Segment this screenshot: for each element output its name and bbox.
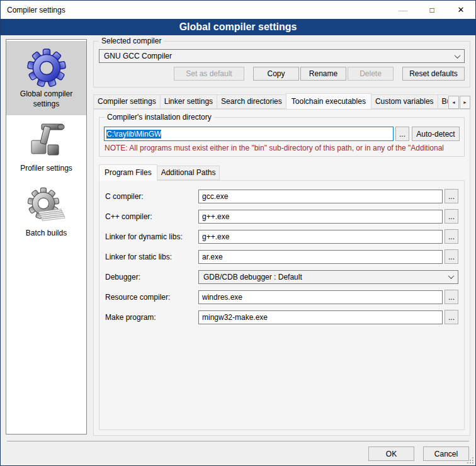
field-label: Debugger: (105, 273, 198, 281)
page-title: Global compiler settings (1, 19, 475, 35)
arrow-right-icon: ► (463, 100, 467, 105)
resource-compiler-input[interactable]: windres.exe (198, 290, 443, 304)
debugger-select-value: GDB/CDB debugger : Default (203, 273, 449, 281)
window-controls: — □ ✕ (388, 1, 475, 19)
sidebar-item-label: Profiler settings (8, 163, 85, 173)
resize-grip[interactable] (467, 457, 474, 464)
tab-custom-variables[interactable]: Custom variables (371, 94, 438, 109)
content-panel: Selected compiler GNU GCC Compiler Set a… (93, 39, 470, 436)
gear-stack-icon (26, 186, 67, 227)
browse-c-compiler-button[interactable]: ... (445, 189, 458, 203)
cpp-compiler-input[interactable]: g++.exe (198, 210, 443, 224)
ok-button[interactable]: OK (368, 446, 414, 461)
tab-program-files[interactable]: Program Files (99, 164, 157, 181)
browse-resource-compiler-button[interactable]: ... (445, 290, 458, 304)
program-files-page: C compiler: gcc.exe ... C++ compiler: g+… (99, 180, 465, 430)
dialog-footer: OK Cancel (7, 441, 469, 465)
maximize-button[interactable]: □ (417, 1, 446, 19)
form-row-linker-dynamic: Linker for dynamic libs: g++.exe ... (105, 229, 458, 244)
field-label: Make program: (105, 313, 198, 322)
form-row-c-compiler: C compiler: gcc.exe ... (105, 189, 458, 203)
field-label: C++ compiler: (105, 212, 198, 221)
arrow-left-icon: ◄ (451, 100, 456, 105)
form-row-make-program: Make program: mingw32-make.exe ... (105, 310, 458, 324)
profiler-caliper-icon (26, 122, 67, 162)
sub-tabstrip: Program Files Additional Paths (99, 164, 465, 180)
close-icon: ✕ (458, 5, 465, 14)
tab-toolchain-executables[interactable]: Toolchain executables (286, 93, 371, 109)
linker-dynamic-input[interactable]: g++.exe (198, 230, 443, 244)
rename-button[interactable]: Rename (300, 67, 346, 81)
browse-cpp-compiler-button[interactable]: ... (445, 209, 458, 224)
sidebar-item-label: Global compiler settings (8, 89, 85, 109)
installation-directory-input[interactable]: C:\raylib\MinGW (104, 127, 394, 141)
installation-directory-group: Compiler's installation directory C:\ray… (99, 117, 465, 157)
c-compiler-input[interactable]: gcc.exe (198, 190, 443, 203)
form-row-cpp-compiler: C++ compiler: g++.exe ... (105, 209, 458, 224)
sidebar-item-batch-builds[interactable]: Batch builds (6, 180, 86, 244)
blue-gear-icon (26, 47, 67, 88)
compiler-select-value: GNU GCC Compiler (104, 52, 455, 60)
group-legend: Selected compiler (99, 37, 164, 45)
form-row-debugger: Debugger: GDB/CDB debugger : Default (105, 270, 458, 284)
compiler-buttons-row: Set as default Copy Rename Delete Reset … (99, 67, 465, 81)
dialog-body: Global compiler settings (1, 35, 475, 441)
sidebar-item-global-compiler-settings[interactable]: Global compiler settings (6, 41, 86, 115)
field-label: Resource compiler: (105, 293, 198, 302)
window-title: Compiler settings (1, 6, 65, 14)
installation-directory-value: C:\raylib\MinGW (106, 130, 161, 139)
selected-compiler-group: Selected compiler GNU GCC Compiler Set a… (93, 41, 470, 88)
tab-additional-paths[interactable]: Additional Paths (157, 166, 220, 180)
browse-linker-static-button[interactable]: ... (445, 249, 458, 264)
tab-scroll-arrows: ◄ ► (448, 96, 470, 109)
toolchain-executables-page: Compiler's installation directory C:\ray… (93, 109, 470, 436)
main-tabstrip: Compiler settings Linker settings Search… (93, 93, 470, 109)
compiler-select[interactable]: GNU GCC Compiler (99, 49, 465, 63)
tab-scroll-right-button[interactable]: ► (460, 96, 470, 109)
linker-static-input[interactable]: ar.exe (198, 250, 443, 264)
auto-detect-button[interactable]: Auto-detect (412, 127, 460, 141)
tab-build-options[interactable]: Build (438, 94, 448, 109)
cancel-button[interactable]: Cancel (423, 446, 469, 461)
tab-scroll-left-button[interactable]: ◄ (448, 96, 459, 109)
sidebar-item-label: Batch builds (8, 228, 85, 238)
minimize-icon: — (399, 5, 407, 15)
tab-search-directories[interactable]: Search directories (217, 94, 286, 109)
copy-button[interactable]: Copy (253, 67, 299, 81)
debugger-select[interactable]: GDB/CDB debugger : Default (198, 270, 458, 284)
sidebar-item-profiler-settings[interactable]: Profiler settings (6, 115, 86, 179)
group-legend: Compiler's installation directory (105, 113, 214, 122)
make-program-input[interactable]: mingw32-make.exe (198, 310, 443, 324)
field-label: Linker for static libs: (105, 253, 198, 261)
browse-make-program-button[interactable]: ... (445, 310, 458, 324)
installation-directory-row: C:\raylib\MinGW ... Auto-detect (104, 127, 460, 141)
browse-linker-dynamic-button[interactable]: ... (445, 229, 458, 244)
compiler-settings-dialog: Compiler settings — □ ✕ Global compiler … (0, 0, 476, 466)
reset-defaults-button[interactable]: Reset defaults (402, 67, 465, 81)
field-label: Linker for dynamic libs: (105, 232, 198, 241)
minimize-button[interactable]: — (388, 1, 417, 19)
titlebar: Compiler settings — □ ✕ (1, 1, 475, 19)
installation-note: NOTE: All programs must exist either in … (105, 144, 459, 152)
tab-linker-settings[interactable]: Linker settings (160, 94, 217, 109)
tab-compiler-settings[interactable]: Compiler settings (93, 94, 161, 109)
chevron-down-icon (448, 273, 455, 279)
browse-directory-button[interactable]: ... (395, 127, 409, 141)
form-row-linker-static: Linker for static libs: ar.exe ... (105, 249, 458, 264)
chevron-down-icon (455, 52, 461, 59)
set-as-default-button[interactable]: Set as default (174, 67, 244, 81)
delete-button[interactable]: Delete (348, 67, 394, 81)
category-list: Global compiler settings (6, 39, 87, 435)
maximize-icon: □ (429, 6, 434, 14)
form-row-resource-compiler: Resource compiler: windres.exe ... (105, 290, 458, 304)
close-button[interactable]: ✕ (446, 1, 475, 19)
field-label: C compiler: (105, 192, 198, 201)
tabs-viewport: Compiler settings Linker settings Search… (93, 93, 448, 109)
